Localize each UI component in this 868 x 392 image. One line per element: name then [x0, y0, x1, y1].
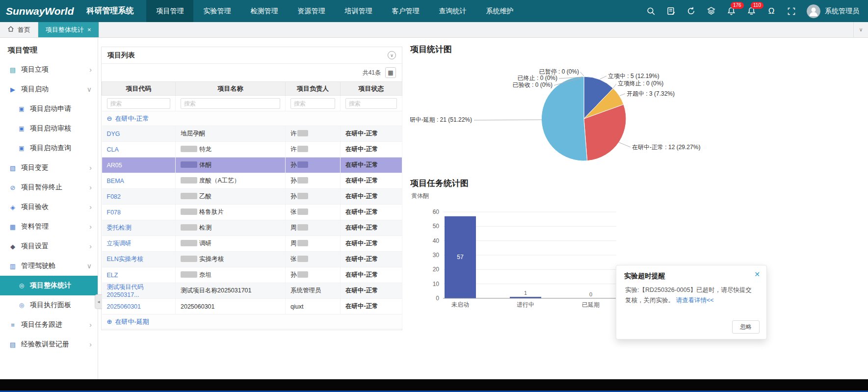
sidebar-subitem-7-0[interactable]: ◎项目整体统计 [0, 276, 98, 295]
redacted-text [297, 146, 308, 152]
project-owner-cell: 孙 [286, 173, 341, 189]
svg-text:50: 50 [433, 223, 440, 230]
redacted-text [181, 209, 197, 215]
sidebar-item-1[interactable]: ▶项目启动∨ [0, 79, 98, 99]
notification-bell-icon[interactable]: 176 [726, 6, 736, 16]
table-row[interactable]: CLA特龙许在研中-正常 [102, 142, 402, 157]
project-code-link[interactable]: F078 [107, 209, 121, 216]
panel-icon: ◎ [17, 302, 26, 309]
tab-home[interactable]: 首页 [0, 22, 38, 37]
project-code-link[interactable]: AR05 [107, 162, 122, 169]
panel-collapse-icon[interactable]: ∨ [388, 51, 396, 59]
project-code-link[interactable]: BEMA [107, 178, 124, 184]
project-status-cell: 在研中-正常 [341, 205, 402, 220]
table-row[interactable]: F082乙酸孙在研中-正常 [102, 189, 402, 205]
sidebar-menu: ▤项目立项›▶项目启动∨▣项目启动申请▣项目启动审核▣项目启动查询▧项目变更›⊘… [0, 60, 98, 354]
table-row[interactable]: BEMA度酸（A工艺）孙在研中-正常 [102, 173, 402, 189]
sidebar-item-9[interactable]: ▤经验教训登记册› [0, 335, 98, 354]
sidebar-item-0[interactable]: ▤项目立项› [0, 60, 98, 79]
chevron-right-icon: › [89, 321, 92, 329]
project-status-cell: 在研中-正常 [341, 142, 402, 157]
nav-item-4[interactable]: 培训管理 [335, 0, 382, 22]
redacted-text [297, 271, 308, 278]
layers-icon[interactable] [706, 6, 716, 16]
redacted-text [181, 271, 197, 278]
table-row[interactable]: 委托检测检测周在研中-正常 [102, 220, 402, 236]
nav-item-1[interactable]: 实验管理 [193, 0, 240, 22]
tab-project-overall-stats[interactable]: 项目整体统计 × [38, 22, 99, 37]
sidebar-subitem-1-2[interactable]: ▣项目启动查询 [0, 138, 98, 158]
form-icon[interactable] [666, 6, 676, 16]
group-toggle-icon[interactable]: ⊕ [107, 318, 112, 325]
project-change-icon: ▧ [8, 164, 18, 172]
details-link[interactable]: 请查看详情<< [676, 297, 713, 304]
redacted-text [181, 240, 197, 246]
ignore-button[interactable]: 忽略 [732, 320, 760, 334]
project-code-link[interactable]: 委托检测 [107, 224, 132, 231]
column-search-input[interactable] [290, 98, 335, 109]
project-code-link[interactable]: DYG [107, 131, 120, 137]
sidebar-item-4[interactable]: ◈项目验收› [0, 197, 98, 217]
sidebar-item-3[interactable]: ⊘项目暂停终止› [0, 178, 98, 197]
panel-header: 项目列表 ∨ [102, 47, 402, 64]
popup-close-icon[interactable]: ✕ [754, 271, 760, 278]
user-menu[interactable]: 系统管理员 [807, 4, 859, 18]
sidebar-item-8[interactable]: ≡项目任务跟进› [0, 315, 98, 335]
table-row[interactable]: 测试项目代码20250317...测试项目名称2025031701系统管理员在研… [102, 283, 402, 299]
group-row-in-progress-normal[interactable]: ⊖在研中-正常 [102, 111, 402, 126]
column-search-input[interactable] [107, 98, 171, 109]
table-row[interactable]: 立项调研调研周在研中-正常 [102, 236, 402, 252]
project-code-link[interactable]: F082 [107, 193, 121, 200]
table-row[interactable]: DYG地屈孕酮许在研中-正常 [102, 126, 402, 142]
sidebar-item-7[interactable]: ▥管理驾驶舱∨ [0, 256, 98, 276]
sidebar-item-2[interactable]: ▧项目变更› [0, 158, 98, 178]
sidebar-item-6[interactable]: ◆项目设置› [0, 236, 98, 256]
project-code-link[interactable]: CLA [107, 146, 119, 153]
fullscreen-icon[interactable] [787, 6, 796, 16]
message-bell-icon[interactable]: 110 [746, 6, 756, 16]
sidebar-subitem-7-1[interactable]: ◎项目执行面板 [0, 295, 98, 315]
popup-title: 实验超时提醒 [616, 265, 766, 285]
nav-item-5[interactable]: 客户管理 [382, 0, 429, 22]
group-row-in-progress-delayed[interactable]: ⊕在研中-延期 [102, 314, 402, 329]
group-label: 在研中-正常 [115, 115, 149, 122]
nav-item-6[interactable]: 查询统计 [429, 0, 476, 22]
table-row[interactable]: AR05体酮孙在研中-正常 [102, 157, 402, 173]
nav-item-0[interactable]: 项目管理 [146, 0, 193, 22]
sidebar-collapse-handle[interactable]: ◄ [95, 294, 102, 309]
table-row[interactable]: F078格鲁肽片张在研中-正常 [102, 205, 402, 220]
project-status-cell: 在研中-正常 [341, 267, 402, 283]
project-code-link[interactable]: ELZ [107, 272, 118, 279]
avatar[interactable] [807, 4, 820, 18]
svg-text:30: 30 [433, 252, 440, 259]
project-code-link[interactable]: 2025060301 [107, 303, 141, 310]
settings-icon: ◆ [8, 243, 18, 250]
project-owner-cell: 张 [286, 205, 341, 220]
tab-list-dropdown[interactable]: ∨ [853, 22, 868, 37]
omega-icon[interactable]: Ω [766, 6, 776, 16]
sidebar-subitem-1-1[interactable]: ▣项目启动审核 [0, 119, 98, 138]
column-search-input[interactable] [181, 98, 280, 109]
group-toggle-icon[interactable]: ⊖ [107, 115, 112, 122]
redacted-text [297, 177, 308, 183]
dashboard-icon: ▥ [8, 262, 18, 270]
table-row[interactable]: ELN实操考核实操考核张在研中-正常 [102, 252, 402, 267]
column-search-input[interactable] [345, 98, 397, 109]
project-code-link[interactable]: 测试项目代码20250317... [107, 284, 144, 298]
search-icon[interactable] [646, 6, 656, 16]
close-icon[interactable]: × [87, 26, 91, 33]
project-code-link[interactable]: 立项调研 [107, 240, 132, 247]
sidebar-item-5[interactable]: ▦资料管理› [0, 217, 98, 236]
nav-item-2[interactable]: 检测管理 [240, 0, 288, 22]
nav-item-7[interactable]: 系统维护 [476, 0, 523, 22]
sidebar-subitem-1-0[interactable]: ▣项目启动申请 [0, 99, 98, 119]
project-code-link[interactable]: ELN实操考核 [107, 256, 143, 262]
column-header: 项目状态 [341, 82, 402, 96]
table-row[interactable]: 20250603012025060301qiuxt在研中-正常 [102, 299, 402, 314]
nav-item-3[interactable]: 资源管理 [288, 0, 335, 22]
refresh-icon[interactable] [686, 6, 696, 16]
project-name-cell: 检测 [176, 220, 286, 236]
project-owner-cell: 许 [286, 126, 341, 142]
column-settings-button[interactable]: ▦ [385, 67, 396, 78]
table-row[interactable]: ELZ奈坦孙在研中-正常 [102, 267, 402, 283]
